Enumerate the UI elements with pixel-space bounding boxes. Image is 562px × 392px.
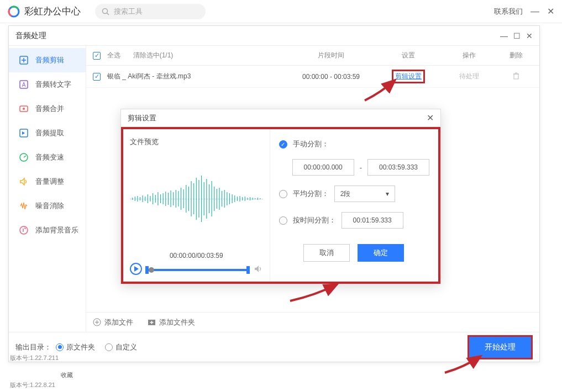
sidebar-item-audio-extract[interactable]: 音频提取 xyxy=(9,121,86,145)
sidebar-item-label: 添加背景音乐 xyxy=(35,225,78,235)
average-split-row: 平均分割： 2段 ▾ xyxy=(279,186,429,202)
sidebar-item-add-bgm[interactable]: 添加背景音乐 xyxy=(9,218,86,242)
row-filename: 银临 _ Aki阿杰 - 牵丝戏.mp3 xyxy=(107,72,284,81)
average-split-radio[interactable] xyxy=(279,190,287,198)
by-time-split-row: 按时间分割： xyxy=(279,212,429,229)
by-time-radio[interactable] xyxy=(279,216,287,225)
edit-settings-highlight: 剪辑设置 xyxy=(392,70,425,83)
sidebar-item-audio-speed[interactable]: 音频变速 xyxy=(9,145,86,169)
search-input[interactable]: 搜索工具 xyxy=(95,4,206,19)
sidebar-item-volume-adjust[interactable]: 音量调整 xyxy=(9,169,86,194)
header-delete: 删除 xyxy=(500,51,533,60)
window-controls: — ☐ ✕ xyxy=(500,31,533,40)
svg-point-12 xyxy=(20,226,28,234)
manual-split-radio[interactable] xyxy=(279,140,287,149)
row-delete[interactable] xyxy=(500,72,533,81)
by-time-input[interactable] xyxy=(342,212,403,229)
ok-button[interactable]: 确定 xyxy=(358,244,404,262)
edit-settings-link[interactable]: 剪辑设置 xyxy=(395,72,422,80)
minimize-button[interactable]: — xyxy=(531,7,539,17)
dialog-body: 文件预览 xyxy=(121,127,440,284)
sidebar-item-audio-clip[interactable]: 音频剪辑 xyxy=(9,48,86,72)
app-logo-icon xyxy=(8,6,20,18)
app-top-bar: 彩虹办公中心 搜索工具 联系我们 — ✕ xyxy=(0,0,562,23)
sidebar-item-noise-remove[interactable]: 噪音消除 xyxy=(9,194,86,218)
row-time: 00:00:00 - 00:03:59 xyxy=(284,73,378,81)
ok-label: 确定 xyxy=(374,248,388,258)
trash-icon xyxy=(512,72,520,80)
clear-selection-link[interactable]: 清除选中(1/1) xyxy=(133,51,174,60)
contact-link[interactable]: 联系我们 xyxy=(494,7,523,17)
header-checkbox-col: ✓ xyxy=(93,51,107,60)
sidebar-item-audio-to-text[interactable]: A 音频转文字 xyxy=(9,72,86,97)
play-icon xyxy=(130,263,142,275)
manual-split-inputs: - xyxy=(292,159,429,176)
version-label-1: 版本号:1.22.7.211 xyxy=(10,354,59,362)
row-checkbox[interactable]: ✓ xyxy=(93,73,101,81)
row-settings-cell: 剪辑设置 xyxy=(378,70,439,83)
custom-folder-label: 自定义 xyxy=(115,342,137,352)
waveform-display xyxy=(130,150,263,247)
dialog-title: 剪辑设置 xyxy=(128,113,156,123)
header-settings: 设置 xyxy=(378,51,439,60)
by-time-label: 按时间分割： xyxy=(293,215,336,225)
sidebar-item-label: 音频剪辑 xyxy=(35,55,64,65)
bgm-icon xyxy=(19,225,29,235)
close-button[interactable]: ✕ xyxy=(547,6,554,17)
slider-playhead[interactable] xyxy=(149,267,154,273)
play-button[interactable] xyxy=(130,263,142,277)
select-all-label[interactable]: 全选 xyxy=(107,51,120,60)
window-header: 音频处理 — ☐ ✕ xyxy=(9,26,539,46)
chevron-down-icon: ▾ xyxy=(386,190,389,198)
start-button-label: 开始处理 xyxy=(485,342,516,351)
sidebar-item-audio-merge[interactable]: 音频合并 xyxy=(9,97,86,121)
sidebar-item-label: 音量调整 xyxy=(35,177,64,187)
app-logo-wrap: 彩虹办公中心 xyxy=(8,5,81,18)
dialog-close-button[interactable]: ✕ xyxy=(427,113,434,123)
extract-icon xyxy=(19,128,29,138)
collect-label: 收藏 xyxy=(61,371,73,379)
cancel-button[interactable]: 取消 xyxy=(303,244,350,262)
sidebar-item-label: 音频变速 xyxy=(35,152,64,162)
search-icon xyxy=(102,8,109,15)
svg-text:A: A xyxy=(22,82,26,88)
table-row: ✓ 银临 _ Aki阿杰 - 牵丝戏.mp3 00:00:00 - 00:03:… xyxy=(86,66,539,88)
slider-handle-end[interactable] xyxy=(246,266,250,274)
dialog-right-panel: 手动分割： - 平均分割： 2段 ▾ 按时间分割： 取消 xyxy=(270,129,438,282)
start-process-button[interactable]: 开始处理 xyxy=(468,335,533,359)
edit-settings-dialog: 剪辑设置 ✕ 文件预览 xyxy=(120,109,441,284)
segments-value: 2段 xyxy=(340,189,351,199)
svg-line-4 xyxy=(107,13,109,15)
original-folder-radio[interactable] xyxy=(56,343,64,351)
time-separator: - xyxy=(360,163,362,172)
player-controls xyxy=(130,263,263,277)
time-to-input[interactable] xyxy=(367,159,429,176)
add-file-button[interactable]: 添加文件 xyxy=(93,317,133,327)
window-title: 音频处理 xyxy=(15,31,46,41)
select-all-checkbox[interactable]: ✓ xyxy=(93,52,101,60)
dialog-header: 剪辑设置 ✕ xyxy=(121,109,440,127)
file-preview-label: 文件预览 xyxy=(130,137,263,147)
original-folder-label: 原文件夹 xyxy=(66,342,95,352)
custom-folder-radio[interactable] xyxy=(105,343,113,351)
win-close-button[interactable]: ✕ xyxy=(526,31,533,40)
add-folder-button[interactable]: 添加文件夹 xyxy=(148,317,195,327)
segments-select[interactable]: 2段 ▾ xyxy=(334,186,395,202)
volume-icon xyxy=(19,177,29,187)
time-from-input[interactable] xyxy=(292,159,354,176)
top-right-controls: 联系我们 — ✕ xyxy=(494,6,554,17)
speaker-icon xyxy=(253,264,263,274)
sidebar: 音频剪辑 A 音频转文字 音频合并 音频提取 音频变速 音量调整 xyxy=(9,46,86,332)
sidebar-item-label: 音频转文字 xyxy=(35,80,71,89)
win-minimize-button[interactable]: — xyxy=(500,31,508,40)
noise-icon xyxy=(19,201,29,211)
header-time: 片段时间 xyxy=(284,51,378,60)
volume-button[interactable] xyxy=(253,264,263,276)
win-maximize-button[interactable]: ☐ xyxy=(513,31,521,40)
manual-split-row: 手动分割： xyxy=(279,139,429,149)
timeline-slider[interactable] xyxy=(145,269,250,271)
output-radio-group: 原文件夹 自定义 xyxy=(56,342,137,352)
list-header: ✓ 全选 清除选中(1/1) 片段时间 设置 操作 删除 xyxy=(86,46,539,66)
sidebar-item-label: 音频合并 xyxy=(35,104,64,114)
playback-time: 00:00:00/00:03:59 xyxy=(130,252,263,259)
